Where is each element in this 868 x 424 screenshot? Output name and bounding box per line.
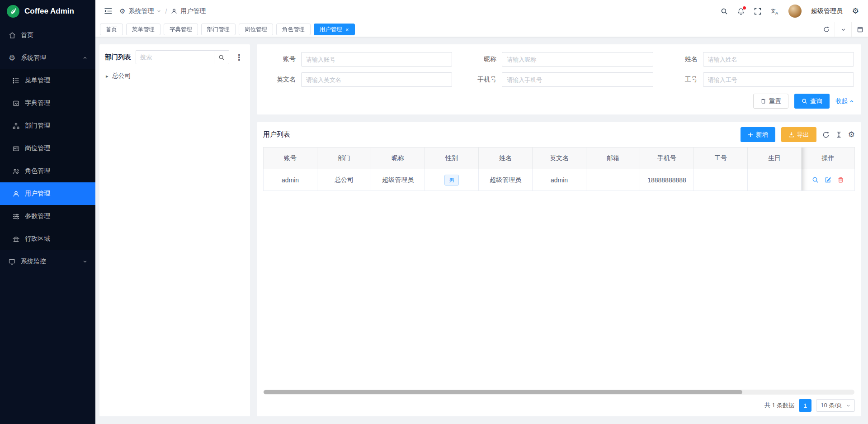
sidebar-item-label: 首页 <box>21 31 33 39</box>
gear-icon: ⚙ <box>8 54 16 62</box>
tab-dept-management[interactable]: 部门管理 <box>201 24 236 35</box>
page-content: 部门列表 ⋮ ▸ 总公司 账号 昵称 <box>95 37 868 424</box>
maximize-icon[interactable] <box>851 22 868 37</box>
column-settings-gear-icon[interactable]: ⚙ <box>848 131 855 138</box>
sidebar-item-label: 部门管理 <box>25 122 50 130</box>
horizontal-scrollbar <box>264 390 854 395</box>
delete-icon[interactable] <box>837 176 844 183</box>
close-icon[interactable]: × <box>345 27 349 33</box>
filter-field-nickname: 昵称 <box>465 52 653 67</box>
sidebar-item-home[interactable]: 首页 <box>0 24 95 47</box>
column-header: 手机号 <box>640 148 694 169</box>
top-bar: ⚙ 系统管理 / 用户管理 文A 超级管理员 ⚙ <box>95 0 868 22</box>
dictionary-icon <box>12 100 20 107</box>
column-header: 英文名 <box>533 148 586 169</box>
chevron-down-icon <box>83 259 87 264</box>
page-size-select[interactable]: 10 条/页 <box>816 399 855 412</box>
department-panel: 部门列表 ⋮ ▸ 总公司 <box>99 44 250 416</box>
view-icon[interactable] <box>812 176 819 183</box>
current-user-name[interactable]: 超级管理员 <box>811 7 843 15</box>
user-icon <box>171 8 177 14</box>
bank-icon <box>12 236 20 243</box>
name-input[interactable] <box>703 52 854 67</box>
sidebar-item-dept-management[interactable]: 部门管理 <box>0 114 95 137</box>
add-user-button[interactable]: 新增 <box>741 127 775 142</box>
app-logo: Coffee Admin <box>0 0 95 22</box>
tab-dict-management[interactable]: 字典管理 <box>164 24 198 35</box>
tab-label: 角色管理 <box>282 26 305 33</box>
filter-field-phone: 手机号 <box>465 72 653 87</box>
breadcrumb-item-user: 用户管理 <box>180 7 206 15</box>
sidebar-item-label: 系统监控 <box>21 257 46 266</box>
department-panel-title: 部门列表 <box>105 53 131 62</box>
more-options-icon[interactable]: ⋮ <box>234 53 245 62</box>
query-button[interactable]: 查询 <box>794 94 830 109</box>
department-search-button[interactable] <box>214 50 229 64</box>
avatar[interactable] <box>788 5 802 18</box>
sidebar-item-label: 角色管理 <box>25 167 50 175</box>
sidebar-item-param-management[interactable]: 参数管理 <box>0 205 95 228</box>
refresh-icon[interactable] <box>818 22 835 37</box>
sidebar-item-label: 参数管理 <box>25 212 50 220</box>
user-icon <box>12 191 20 197</box>
tree-expand-caret-icon[interactable]: ▸ <box>106 74 108 79</box>
page-number-button[interactable]: 1 <box>799 399 811 412</box>
department-search-input[interactable] <box>136 50 214 64</box>
collapse-filter-link[interactable]: 收起 <box>835 97 854 105</box>
settings-gear-icon[interactable]: ⚙ <box>852 7 859 15</box>
nickname-input[interactable] <box>502 52 653 67</box>
export-button[interactable]: 导出 <box>781 127 816 142</box>
breadcrumb-item-system[interactable]: 系统管理 <box>128 7 154 15</box>
sidebar-item-menu-management[interactable]: 菜单管理 <box>0 69 95 92</box>
department-search <box>136 50 229 64</box>
field-label: 手机号 <box>465 76 496 84</box>
tab-role-management[interactable]: 角色管理 <box>276 24 311 35</box>
edit-icon[interactable] <box>825 176 831 183</box>
tab-user-management[interactable]: 用户管理 × <box>314 24 355 35</box>
reset-button[interactable]: 重置 <box>753 94 788 109</box>
tab-menu-management[interactable]: 菜单管理 <box>126 24 160 35</box>
column-header: 工号 <box>694 148 748 169</box>
filter-field-account: 账号 <box>264 52 452 67</box>
row-density-icon[interactable] <box>835 131 842 138</box>
table-row[interactable]: admin 总公司 超级管理员 男 超级管理员 admin 1888888888… <box>264 169 855 191</box>
sidebar-item-system-management[interactable]: ⚙ 系统管理 <box>0 47 95 69</box>
cell-job-number <box>694 169 748 191</box>
fullscreen-icon[interactable] <box>754 8 761 15</box>
search-icon <box>802 98 807 104</box>
tab-home[interactable]: 首页 <box>100 24 123 35</box>
sidebar-item-role-management[interactable]: 角色管理 <box>0 160 95 182</box>
scrollbar-thumb[interactable] <box>264 390 742 394</box>
refresh-icon[interactable] <box>822 131 830 138</box>
phone-input[interactable] <box>502 72 653 87</box>
chevron-down-icon[interactable] <box>835 22 851 37</box>
column-header: 账号 <box>264 148 317 169</box>
job-number-input[interactable] <box>703 72 854 87</box>
tree-node-root[interactable]: ▸ 总公司 <box>105 70 245 82</box>
tab-post-management[interactable]: 岗位管理 <box>239 24 273 35</box>
download-icon <box>788 132 794 138</box>
sidebar-item-user-management[interactable]: 用户管理 <box>0 182 95 205</box>
user-list-card: 用户列表 新增 导出 ⚙ <box>257 122 861 416</box>
sidebar-item-system-monitor[interactable]: 系统监控 <box>0 250 95 273</box>
chevron-down-icon <box>157 9 161 13</box>
search-icon[interactable] <box>721 8 728 15</box>
field-label: 工号 <box>666 76 698 84</box>
sidebar-item-region-management[interactable]: 行政区域 <box>0 228 95 250</box>
gender-tag: 男 <box>444 175 459 186</box>
sidebar-item-post-management[interactable]: 岗位管理 <box>0 137 95 160</box>
cell-birthday <box>748 169 802 191</box>
sidebar-collapse-icon[interactable] <box>104 8 112 14</box>
search-filter-card: 账号 昵称 姓名 英文名 手机号 <box>257 44 861 114</box>
sidebar-item-label: 岗位管理 <box>25 144 50 152</box>
notifications-bell-icon[interactable] <box>737 8 745 15</box>
english-name-input[interactable] <box>301 72 452 87</box>
sidebar-item-label: 菜单管理 <box>25 76 50 85</box>
field-label: 账号 <box>264 55 296 63</box>
translate-icon[interactable]: 文A <box>771 8 779 15</box>
column-header: 邮箱 <box>586 148 640 169</box>
app-title: Coffee Admin <box>24 7 74 16</box>
notification-dot <box>743 6 746 10</box>
sidebar-item-dict-management[interactable]: 字典管理 <box>0 92 95 114</box>
account-input[interactable] <box>301 52 452 67</box>
